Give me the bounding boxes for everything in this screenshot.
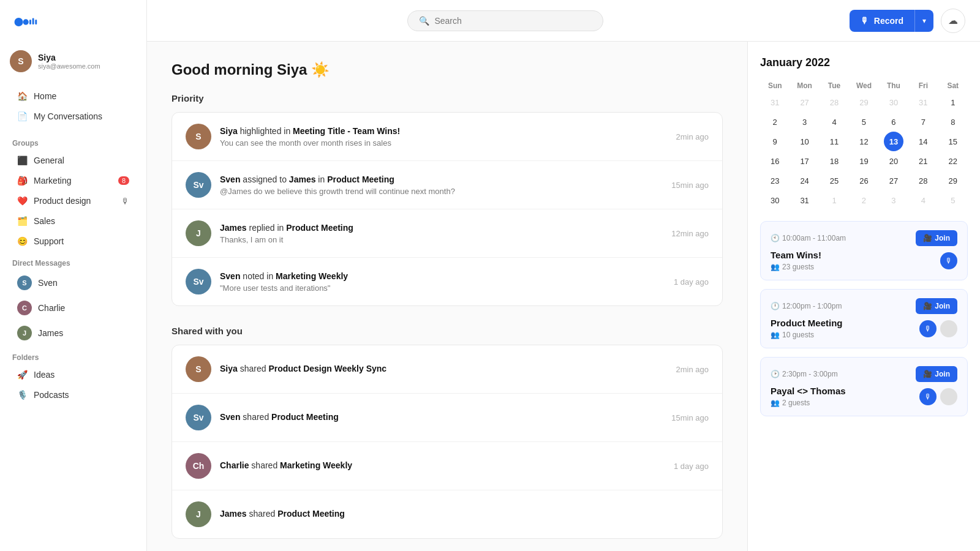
priority-section-label: Priority: [172, 93, 723, 103]
record-button[interactable]: 🎙 Record ▾: [850, 10, 933, 32]
svg-point-0: [15, 18, 23, 26]
user-profile[interactable]: S Siya siya@awesome.com: [0, 44, 146, 81]
card-subtitle: You can see the month over month rises i…: [220, 138, 668, 148]
cal-day-today[interactable]: 13: [884, 132, 903, 151]
priority-item-2[interactable]: Sv Sven assigned to James in Product Mee…: [172, 161, 722, 209]
sidebar-item-label: Podcasts: [34, 390, 69, 400]
search-icon: 🔍: [419, 16, 429, 26]
join-button-3[interactable]: 🎥 Join: [916, 366, 957, 382]
cal-day[interactable]: 12: [854, 132, 873, 151]
cal-day[interactable]: 15: [943, 132, 963, 151]
sidebar-item-label: James: [38, 328, 63, 338]
cal-day[interactable]: 28: [824, 92, 844, 112]
video-icon: 🎥: [923, 302, 932, 310]
sidebar-item-product-design[interactable]: ❤️ Product design 🎙: [5, 191, 141, 211]
cal-day[interactable]: 31: [913, 92, 933, 112]
event-guests: 👥 10 guests: [771, 331, 843, 339]
clock-icon: 🕛: [771, 302, 780, 310]
cal-day[interactable]: 2: [765, 112, 785, 132]
cal-day[interactable]: 28: [913, 171, 933, 190]
calendar-week-5: 23 24 25 26 27 28 29: [760, 171, 968, 190]
sidebar-item-support[interactable]: 😊 Support: [5, 231, 141, 251]
cal-day[interactable]: 3: [884, 190, 903, 210]
record-btn-main[interactable]: 🎙 Record: [850, 10, 915, 32]
cal-day[interactable]: 7: [913, 112, 933, 132]
mic-active-icon-3[interactable]: 🎙: [919, 388, 937, 405]
sidebar-item-sales[interactable]: 🗂️ Sales: [5, 211, 141, 231]
groups-section-label: Groups: [0, 132, 146, 150]
sidebar-item-james[interactable]: J James: [5, 321, 141, 345]
cal-day[interactable]: 11: [824, 132, 844, 151]
record-chevron[interactable]: ▾: [915, 10, 933, 31]
cal-day[interactable]: 16: [765, 151, 785, 171]
upload-button[interactable]: ☁: [941, 9, 965, 33]
cal-day[interactable]: 17: [795, 151, 815, 171]
sidebar-item-home[interactable]: 🏠 Home: [5, 86, 141, 106]
shared-item-1[interactable]: S Siya shared Product Design Weekly Sync…: [172, 345, 722, 394]
cal-day[interactable]: 25: [824, 171, 844, 190]
sidebar-item-sven[interactable]: S Sven: [5, 271, 141, 295]
cal-day[interactable]: 20: [884, 151, 903, 171]
sidebar-item-marketing[interactable]: 🎒 Marketing 8: [5, 171, 141, 190]
join-button-2[interactable]: 🎥 Join: [916, 298, 957, 314]
join-button-1[interactable]: 🎥 Join: [916, 230, 957, 246]
cal-day[interactable]: 8: [943, 112, 963, 132]
cal-day[interactable]: 31: [795, 190, 815, 210]
sidebar-item-label: Marketing: [34, 176, 71, 186]
cal-day[interactable]: 31: [765, 92, 785, 112]
cal-day[interactable]: 1: [943, 92, 963, 112]
shared-item-2[interactable]: Sv Sven shared Product Meeting 15min ago: [172, 394, 722, 442]
mic-inactive-icon-3[interactable]: [940, 388, 957, 405]
cal-day[interactable]: 24: [795, 171, 815, 190]
cal-day[interactable]: 5: [854, 112, 873, 132]
guests-icon: 👥: [771, 331, 780, 339]
search-box[interactable]: 🔍: [407, 10, 603, 31]
cal-day[interactable]: 14: [913, 132, 933, 151]
sidebar-item-label: Home: [34, 91, 56, 101]
sidebar-item-ideas[interactable]: 🚀 Ideas: [5, 365, 141, 384]
cal-day[interactable]: 29: [854, 92, 873, 112]
cal-day[interactable]: 27: [884, 171, 903, 190]
card-title: Siya shared Product Design Weekly Sync: [220, 363, 668, 375]
dow-sat: Sat: [938, 79, 968, 92]
priority-item-3[interactable]: J James replied in Product Meeting Thank…: [172, 209, 722, 258]
sidebar-item-general[interactable]: ⬛ General: [5, 151, 141, 170]
cal-day[interactable]: 29: [943, 171, 963, 190]
sidebar-item-podcasts[interactable]: 🎙️ Podcasts: [5, 385, 141, 405]
cal-day[interactable]: 4: [913, 190, 933, 210]
cal-day[interactable]: 22: [943, 151, 963, 171]
priority-item-4[interactable]: Sv Sven noted in Marketing Weekly "More …: [172, 258, 722, 305]
card-time: 15min ago: [671, 181, 709, 190]
cal-day[interactable]: 30: [884, 92, 903, 112]
cal-day[interactable]: 1: [824, 190, 844, 210]
cal-day[interactable]: 5: [943, 190, 963, 210]
cal-day[interactable]: 30: [765, 190, 785, 210]
priority-item-1[interactable]: S Siya highlighted in Meeting Title - Te…: [172, 113, 722, 161]
cal-day[interactable]: 3: [795, 112, 815, 132]
sidebar-item-charlie[interactable]: C Charlie: [5, 296, 141, 320]
calendar-grid: Sun Mon Tue Wed Thu Fri Sat 31 27 28 29 …: [760, 79, 968, 210]
shared-item-4[interactable]: J James shared Product Meeting: [172, 490, 722, 538]
mic-inactive-icon-2[interactable]: [940, 320, 957, 337]
mic-active-icon[interactable]: 🎙: [940, 252, 957, 269]
svg-point-1: [23, 19, 29, 24]
cal-day[interactable]: 2: [854, 190, 873, 210]
card-title: Sven assigned to James in Product Meetin…: [220, 174, 663, 186]
avatar: Sv: [186, 405, 211, 430]
shared-item-3[interactable]: Ch Charlie shared Marketing Weekly 1 day…: [172, 442, 722, 490]
dm-list: S Sven C Charlie J James: [0, 270, 146, 346]
cal-day[interactable]: 19: [854, 151, 873, 171]
cal-day[interactable]: 4: [824, 112, 844, 132]
cal-day[interactable]: 26: [854, 171, 873, 190]
cal-day[interactable]: 18: [824, 151, 844, 171]
cal-day[interactable]: 9: [765, 132, 785, 151]
cal-day[interactable]: 23: [765, 171, 785, 190]
mic-active-icon-2[interactable]: 🎙: [919, 320, 937, 337]
cal-day[interactable]: 6: [884, 112, 903, 132]
search-input[interactable]: [434, 16, 592, 26]
cal-day[interactable]: 21: [913, 151, 933, 171]
cal-day[interactable]: 10: [795, 132, 815, 151]
groups-list: ⬛ General 🎒 Marketing 8 ❤️ Product desig…: [0, 150, 146, 252]
cal-day[interactable]: 27: [795, 92, 815, 112]
sidebar-item-my-conversations[interactable]: 📄 My Conversations: [5, 107, 141, 126]
